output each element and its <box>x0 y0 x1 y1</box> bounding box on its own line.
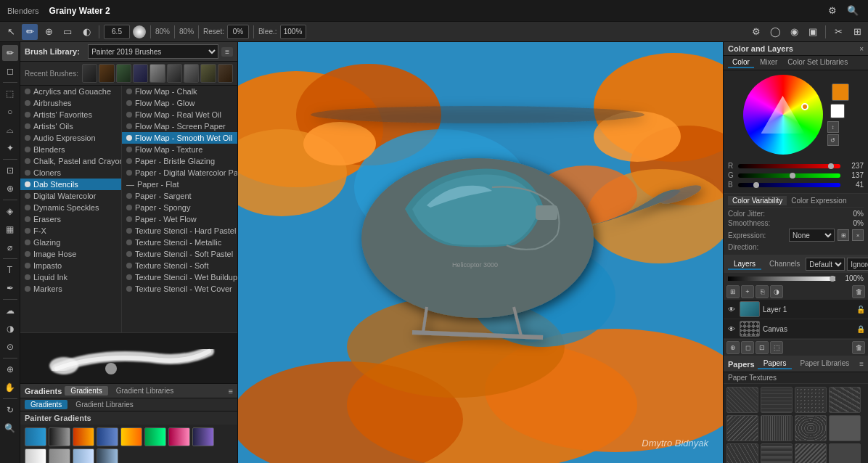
tool-oval-select[interactable]: ○ <box>2 104 18 120</box>
gradients-tab-libraries[interactable]: Gradient Libraries <box>110 386 179 396</box>
layer-canvas-visibility[interactable]: 👁 <box>726 324 737 334</box>
grad-swatch-9[interactable] <box>25 448 46 463</box>
layers-tab-channels[interactable]: Channels <box>763 259 806 270</box>
papers-tab-papers[interactable]: Papers <box>758 358 793 369</box>
tool-magic-wand[interactable]: ✦ <box>2 140 18 156</box>
transform-tool-btn[interactable]: ⊕ <box>41 24 57 40</box>
recent-brush-6[interactable] <box>167 64 182 83</box>
brush-right-flow-texture[interactable]: Flow Map - Texture <box>122 144 237 155</box>
layers-blend-select[interactable]: Ignore <box>847 258 868 271</box>
brush-right-texture-soft[interactable]: Texture Stencil - Soft <box>122 260 237 271</box>
paper-thumb-4[interactable] <box>829 387 861 413</box>
tool-eyedropper[interactable]: ⌀ <box>2 239 18 255</box>
papers-menu-btn[interactable]: ≡ <box>859 360 864 368</box>
tool-options-btn[interactable]: ✂ <box>830 24 846 40</box>
recent-brush-2[interactable] <box>99 64 114 83</box>
grad-swatch-3[interactable] <box>73 427 94 446</box>
brush-item-cloners[interactable]: Cloners <box>20 167 121 179</box>
brush-item-airbrushes[interactable]: Airbrushes <box>20 97 121 109</box>
tool-zoom[interactable]: ⊕ <box>2 361 18 377</box>
settings-icon[interactable]: 🔍 <box>845 3 861 19</box>
expression-select[interactable]: None <box>789 229 835 242</box>
brush-item-liquid-ink[interactable]: Liquid Ink <box>20 271 121 283</box>
tool-text[interactable]: T <box>2 262 18 278</box>
canvas-area[interactable]: Helicoptor 3000 Dmytro Bidnyak <box>238 42 723 463</box>
brush-right-texture-soft-pastel[interactable]: Texture Stencil - Soft Pastel <box>122 248 237 260</box>
grad-swatch-4[interactable] <box>97 427 118 446</box>
brush-right-flow-screen[interactable]: Flow Map - Screen Paper <box>122 120 237 132</box>
color-panel-menu[interactable]: × <box>859 45 864 53</box>
brush-item-dynamic[interactable]: Dynamic Speckles <box>20 202 121 213</box>
grad-swatch-11[interactable] <box>73 448 94 463</box>
tool-transform[interactable]: ⊕ <box>2 181 18 197</box>
brush-right-flow-chalk[interactable]: Flow Map - Chalk <box>122 86 237 97</box>
brush-right-texture-hard[interactable]: Texture Stencil - Hard Pastel <box>122 225 237 237</box>
red-slider[interactable] <box>738 164 840 168</box>
layer-1-lock[interactable]: 🔓 <box>856 306 865 314</box>
brush-right-texture-metallic[interactable]: Texture Stencil - Metallic <box>122 237 237 248</box>
tool-magnify[interactable]: 🔍 <box>2 420 18 436</box>
gradients-sub-tab-libraries[interactable]: Gradient Libraries <box>70 400 139 409</box>
brush-item-image-hose[interactable]: Image Hose <box>20 248 121 260</box>
brush-size-input[interactable] <box>104 25 130 39</box>
tool-clone[interactable]: ⊙ <box>2 339 18 355</box>
color-reset-btn[interactable]: ↺ <box>827 134 839 146</box>
brush-item-acrylics[interactable]: Acrylics and Gouache <box>20 86 121 97</box>
brush-library-select[interactable]: Painter 2019 Brushes <box>88 44 218 59</box>
brush-right-texture-wet-cover[interactable]: Texture Stencil - Wet Cover <box>122 283 237 295</box>
blee-value-input[interactable] <box>280 25 306 39</box>
paper-thumb-10[interactable] <box>761 443 793 463</box>
layers-bt-2[interactable]: ◻ <box>741 341 754 354</box>
layers-mask-btn[interactable]: ◑ <box>770 285 783 298</box>
recent-brush-4[interactable] <box>133 64 148 83</box>
color-tab-color[interactable]: Color <box>728 57 754 68</box>
layer-1-visibility[interactable]: 👁 <box>726 304 737 314</box>
brush-right-texture-wet-buildup[interactable]: Texture Stencil - Wet Buildup <box>122 271 237 283</box>
brush-item-fx[interactable]: F-X <box>20 225 121 237</box>
tool-crop[interactable]: ⊡ <box>2 163 18 179</box>
layers-bt-4[interactable]: ⬚ <box>770 341 783 354</box>
paper-thumb-2[interactable] <box>761 387 793 413</box>
paper-thumb-8[interactable] <box>829 415 861 441</box>
recent-brush-7[interactable] <box>184 64 199 83</box>
layer-canvas-lock[interactable]: 🔒 <box>856 325 865 333</box>
brush-item-glazing[interactable]: Glazing <box>20 237 121 248</box>
tool-eraser[interactable]: ◻ <box>2 63 18 79</box>
brush-right-paper-bristle[interactable]: Paper - Bristle Glazing <box>122 155 237 167</box>
blue-slider[interactable] <box>738 183 840 187</box>
grad-swatch-1[interactable] <box>25 427 46 446</box>
color-swap-btn[interactable]: ↕ <box>827 121 839 133</box>
layers-new-layer-btn[interactable]: + <box>741 285 754 298</box>
tool-dodge[interactable]: ◑ <box>2 321 18 337</box>
layers-duplicate-btn[interactable]: ⎘ <box>756 285 769 298</box>
tool-smudge[interactable]: ☁ <box>2 303 18 319</box>
tool-lasso[interactable]: ⌓ <box>2 122 18 138</box>
cv-tab-expression[interactable]: Color Expression <box>787 196 851 205</box>
paper-thumb-12[interactable] <box>829 443 861 463</box>
brush-item-digital-wc[interactable]: Digital Watercolor <box>20 190 121 202</box>
tool-pan[interactable]: ✋ <box>2 380 18 396</box>
brush-item-artists-oils[interactable]: Artists' Oils <box>20 120 121 132</box>
paper-thumb-1[interactable] <box>726 387 758 413</box>
gradients-tab-gradients[interactable]: Gradients <box>65 386 107 396</box>
tool-rect-select[interactable]: ⬚ <box>2 86 18 102</box>
tool-gradient[interactable]: ▦ <box>2 221 18 237</box>
grad-swatch-8[interactable] <box>192 427 214 446</box>
tool-rotate[interactable]: ↻ <box>2 402 18 418</box>
brush-right-flow-real[interactable]: Flow Map - Real Wet Oil <box>122 109 237 120</box>
color-tab-mixer[interactable]: Mixer <box>756 57 782 68</box>
layer-item-1[interactable]: 👁 Layer 1 🔓 <box>724 300 868 319</box>
gradients-menu-btn[interactable]: ≡ <box>229 387 233 396</box>
background-color-swatch[interactable] <box>830 104 845 118</box>
extra-btn-4[interactable]: ▣ <box>805 24 821 40</box>
layers-opacity-slider[interactable] <box>728 276 835 281</box>
extra-btn-1[interactable]: ⚙ <box>748 24 764 40</box>
layers-bt-3[interactable]: ⊡ <box>756 341 769 354</box>
brush-right-paper-flat[interactable]: — Paper - Flat <box>122 179 237 190</box>
brush-right-flow-smooth[interactable]: Flow Map - Smooth Wet Oil <box>122 132 237 144</box>
eyedropper-tool-btn[interactable]: ◐ <box>78 24 94 40</box>
reset-value-input[interactable] <box>227 25 249 39</box>
help-btn[interactable]: ⊞ <box>849 24 865 40</box>
layers-new-group-btn[interactable]: ⊞ <box>726 285 740 298</box>
paper-thumb-6[interactable] <box>761 415 793 441</box>
